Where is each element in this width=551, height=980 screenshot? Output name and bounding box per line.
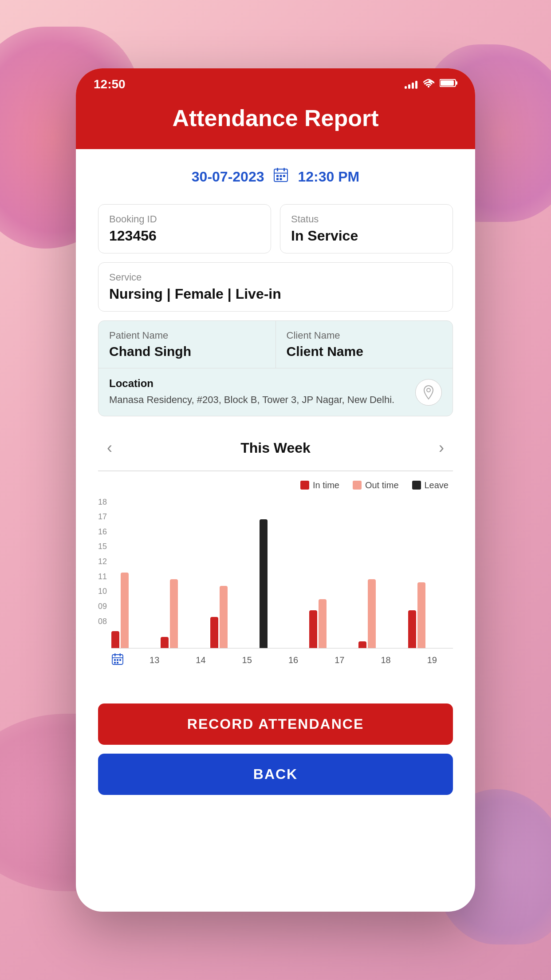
- svg-rect-13: [280, 178, 282, 180]
- legend-leave: Leave: [412, 480, 449, 490]
- back-button[interactable]: BACK: [98, 754, 453, 795]
- svg-rect-20: [117, 659, 118, 661]
- y-label-18: 18: [98, 498, 107, 507]
- booking-status-row: Booking ID 123456 Status In Service: [98, 204, 453, 253]
- status-value: In Service: [291, 228, 442, 244]
- x-label-15: 15: [226, 655, 268, 665]
- svg-rect-19: [114, 659, 116, 661]
- bar-group-15: [210, 586, 255, 648]
- legend-leave-dot: [412, 481, 421, 490]
- y-label-09: 09: [98, 602, 107, 611]
- bar-14-out: [170, 579, 178, 648]
- chart-y-axis: 18 17 16 15 12 11 10 09 08: [98, 498, 111, 648]
- svg-rect-10: [280, 175, 282, 177]
- location-row: Location Manasa Residency, #203, Block B…: [98, 368, 453, 416]
- next-week-button[interactable]: ›: [430, 434, 453, 462]
- status-time: 12:50: [94, 77, 126, 91]
- svg-rect-4: [441, 80, 454, 86]
- svg-rect-6: [277, 168, 278, 171]
- booking-id-label: Booking ID: [109, 213, 260, 225]
- week-divider: [98, 470, 453, 471]
- week-navigation: ‹ This Week ›: [98, 425, 453, 466]
- status-label: Status: [291, 213, 442, 225]
- legend-in-time: In time: [300, 480, 339, 490]
- chart-main: 13 14 15 16 17 18 19: [111, 498, 453, 668]
- bar-15-in: [210, 617, 218, 648]
- svg-rect-22: [114, 662, 116, 664]
- date-row: 30-07-2023 12:30 PM: [98, 167, 453, 186]
- svg-rect-16: [114, 653, 116, 656]
- client-name-value: Client Name: [287, 344, 442, 359]
- y-label-12: 12: [98, 557, 107, 566]
- attendance-chart: 18 17 16 15 12 11 10 09 08: [98, 498, 453, 672]
- client-column: Client Name Client Name: [276, 321, 453, 368]
- x-axis-calendar-icon: [111, 653, 129, 668]
- bar-group-17: [309, 599, 354, 648]
- status-icons: [405, 79, 457, 90]
- svg-rect-3: [456, 81, 457, 85]
- patient-client-row: Patient Name Chand Singh Client Name Cli…: [98, 321, 453, 368]
- y-label-08: 08: [98, 617, 107, 626]
- y-label-17: 17: [98, 512, 107, 522]
- patient-name-value: Chand Singh: [109, 344, 265, 359]
- service-card: Service Nursing | Female | Live-in: [98, 262, 453, 312]
- page-title: Attendance Report: [94, 105, 457, 131]
- bar-15-out: [220, 586, 228, 648]
- main-content: 30-07-2023 12:30 PM Booking ID: [76, 149, 475, 690]
- y-label-15: 15: [98, 542, 107, 551]
- legend-leave-label: Leave: [425, 480, 449, 490]
- bar-group-13: [111, 573, 156, 648]
- legend-out-time-dot: [353, 481, 362, 490]
- x-label-13: 13: [134, 655, 175, 665]
- bar-13-out: [121, 573, 129, 648]
- location-pin-icon: [415, 379, 442, 406]
- legend-in-time-dot: [300, 481, 309, 490]
- x-label-14: 14: [180, 655, 221, 665]
- y-label-10: 10: [98, 587, 107, 596]
- bar-17-out: [319, 599, 327, 648]
- location-address: Manasa Residency, #203, Block B, Tower 3…: [109, 392, 394, 407]
- wifi-icon: [423, 79, 434, 90]
- legend-in-time-label: In time: [313, 480, 339, 490]
- record-attendance-button[interactable]: RECORD ATTENDANCE: [98, 703, 453, 745]
- svg-rect-17: [120, 653, 121, 656]
- patient-name-label: Patient Name: [109, 330, 265, 341]
- report-time: 12:30 PM: [298, 169, 359, 185]
- bar-17-in: [309, 610, 317, 648]
- service-label: Service: [109, 272, 442, 283]
- bar-16-leave: [260, 519, 268, 648]
- patient-column: Patient Name Chand Singh: [98, 321, 276, 368]
- status-card: Status In Service: [280, 204, 453, 253]
- booking-id-card: Booking ID 123456: [98, 204, 271, 253]
- y-label-16: 16: [98, 527, 107, 537]
- chart-bars-area: [111, 498, 453, 648]
- x-label-18: 18: [365, 655, 406, 665]
- svg-rect-7: [283, 168, 285, 171]
- client-name-label: Client Name: [287, 330, 442, 341]
- patient-client-box: Patient Name Chand Singh Client Name Cli…: [98, 320, 453, 416]
- location-label: Location: [109, 377, 394, 390]
- bar-group-16: [260, 519, 304, 648]
- x-label-17: 17: [319, 655, 360, 665]
- legend-out-time-label: Out time: [365, 480, 399, 490]
- signal-icon: [405, 80, 417, 89]
- bar-18-in: [358, 641, 366, 648]
- legend-out-time: Out time: [353, 480, 399, 490]
- service-value: Nursing | Female | Live-in: [109, 286, 442, 302]
- bar-13-in: [111, 631, 119, 648]
- bar-group-19: [408, 582, 453, 648]
- y-label-11: 11: [98, 572, 107, 581]
- bar-group-18: [358, 579, 403, 648]
- bar-14-in: [161, 637, 169, 648]
- status-bar: 12:50: [76, 68, 475, 96]
- week-label: This Week: [240, 440, 311, 456]
- bar-group-14: [161, 579, 205, 648]
- chart-legend: In time Out time Leave: [98, 480, 453, 490]
- phone-frame: 12:50: [76, 68, 475, 912]
- svg-rect-23: [117, 662, 118, 664]
- prev-week-button[interactable]: ‹: [98, 434, 121, 462]
- svg-rect-9: [276, 175, 279, 177]
- calendar-icon: [273, 167, 289, 186]
- svg-rect-21: [119, 659, 121, 661]
- report-date: 30-07-2023: [192, 169, 264, 185]
